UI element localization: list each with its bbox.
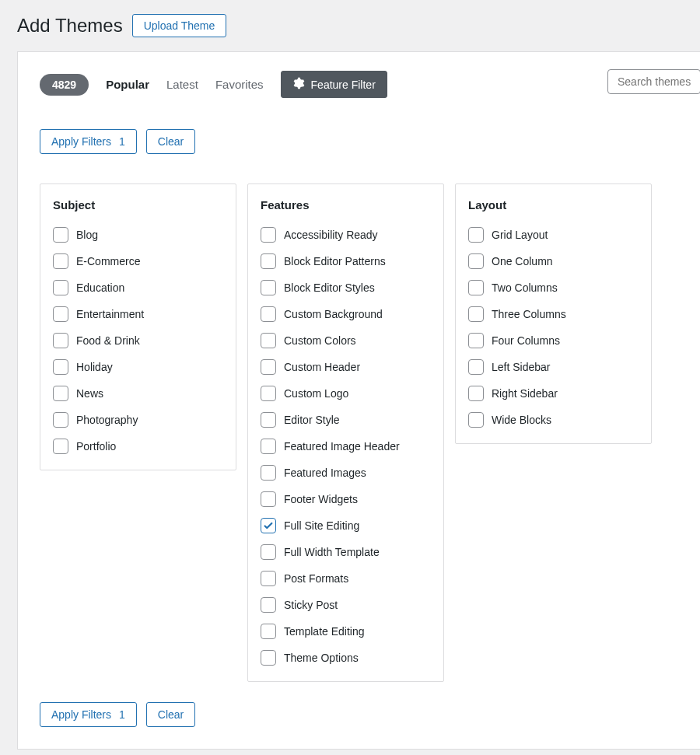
checkbox-icon[interactable] — [261, 624, 276, 639]
filter-checkbox-label: News — [76, 387, 103, 400]
filter-checkbox-row[interactable]: Food & Drink — [53, 333, 223, 348]
filter-checkbox-label: Footer Widgets — [284, 493, 358, 505]
checkbox-icon[interactable] — [53, 306, 68, 322]
filter-checkbox-row[interactable]: Education — [53, 280, 223, 295]
checkbox-icon[interactable] — [261, 359, 276, 375]
checkbox-icon[interactable] — [468, 253, 484, 269]
checkbox-icon[interactable] — [468, 280, 484, 295]
filter-checkbox-row[interactable]: Full Site Editing — [261, 518, 431, 533]
filter-checkbox-row[interactable]: Three Columns — [468, 306, 639, 322]
filter-checkbox-label: Two Columns — [492, 281, 558, 294]
checkbox-icon[interactable] — [261, 280, 276, 295]
filter-checkbox-row[interactable]: Editor Style — [261, 412, 431, 428]
filter-checkbox-row[interactable]: Grid Layout — [468, 227, 639, 243]
checkbox-icon[interactable] — [261, 306, 276, 322]
filter-checkbox-label: Entertainment — [76, 308, 144, 320]
filter-checkbox-row[interactable]: Footer Widgets — [261, 491, 431, 507]
filter-checkbox-row[interactable]: Two Columns — [468, 280, 639, 295]
checkbox-icon[interactable] — [468, 386, 484, 401]
filter-checkbox-row[interactable]: Custom Header — [261, 359, 431, 375]
filter-checkbox-row[interactable]: Wide Blocks — [468, 412, 639, 428]
filter-checkbox-row[interactable]: Four Columns — [468, 333, 639, 348]
filter-checkbox-row[interactable]: Custom Logo — [261, 386, 431, 401]
filter-group-layout: Layout Grid LayoutOne ColumnTwo ColumnsT… — [455, 184, 652, 444]
features-list: Accessibility ReadyBlock Editor Patterns… — [261, 227, 431, 666]
checkbox-icon[interactable] — [53, 439, 68, 454]
filter-checkbox-row[interactable]: Photography — [53, 412, 223, 428]
filter-checkbox-row[interactable]: Portfolio — [53, 439, 223, 454]
filter-checkbox-label: Custom Logo — [284, 387, 348, 400]
filter-checkbox-row[interactable]: Right Sidebar — [468, 386, 639, 401]
filter-checkbox-row[interactable]: News — [53, 386, 223, 401]
feature-filter-button[interactable]: Feature Filter — [281, 71, 387, 98]
filter-checkbox-row[interactable]: Custom Background — [261, 306, 431, 322]
search-wrap — [607, 69, 700, 94]
filter-checkbox-row[interactable]: Custom Colors — [261, 333, 431, 348]
filter-checkbox-row[interactable]: One Column — [468, 253, 639, 269]
filter-checkbox-label: Custom Background — [284, 308, 383, 320]
apply-filters-button[interactable]: Apply Filters 1 — [40, 702, 137, 727]
checkbox-icon[interactable] — [468, 227, 484, 243]
clear-filters-button[interactable]: Clear — [146, 702, 195, 727]
upload-theme-button[interactable]: Upload Theme — [132, 14, 227, 37]
checkbox-icon[interactable] — [53, 359, 68, 375]
nav-latest[interactable]: Latest — [166, 78, 198, 91]
filter-checkbox-label: Portfolio — [76, 440, 116, 453]
checkbox-icon[interactable] — [468, 306, 484, 322]
checkbox-icon[interactable] — [261, 544, 276, 560]
checkbox-icon[interactable] — [261, 491, 276, 507]
checkbox-icon[interactable] — [261, 650, 276, 666]
checkbox-icon[interactable] — [261, 518, 276, 533]
filter-checkbox-row[interactable]: Blog — [53, 227, 223, 243]
layout-list: Grid LayoutOne ColumnTwo ColumnsThree Co… — [468, 227, 639, 428]
filter-actions-top: Apply Filters 1 Clear — [40, 129, 678, 154]
checkbox-icon[interactable] — [261, 412, 276, 428]
checkbox-icon[interactable] — [53, 412, 68, 428]
filter-checkbox-row[interactable]: Block Editor Patterns — [261, 253, 431, 269]
checkbox-icon[interactable] — [468, 359, 484, 375]
filter-checkbox-label: Featured Image Header — [284, 440, 400, 453]
filter-checkbox-row[interactable]: Template Editing — [261, 624, 431, 639]
filter-checkbox-row[interactable]: Full Width Template — [261, 544, 431, 560]
filter-checkbox-label: Holiday — [76, 361, 113, 373]
filter-checkbox-label: Block Editor Styles — [284, 281, 375, 294]
checkbox-icon[interactable] — [468, 333, 484, 348]
checkbox-icon[interactable] — [261, 571, 276, 586]
nav-popular[interactable]: Popular — [106, 78, 149, 91]
apply-filters-button[interactable]: Apply Filters 1 — [40, 129, 137, 154]
filter-checkbox-row[interactable]: Post Formats — [261, 571, 431, 586]
checkbox-icon[interactable] — [261, 597, 276, 613]
checkbox-icon[interactable] — [53, 253, 68, 269]
checkbox-icon[interactable] — [261, 439, 276, 454]
apply-filters-label: Apply Filters — [51, 708, 111, 721]
checkbox-icon[interactable] — [261, 227, 276, 243]
filter-checkbox-row[interactable]: Accessibility Ready — [261, 227, 431, 243]
checkbox-icon[interactable] — [468, 412, 484, 428]
filter-checkbox-row[interactable]: Featured Images — [261, 465, 431, 481]
page-header: Add Themes Upload Theme — [0, 0, 700, 51]
checkbox-icon[interactable] — [261, 333, 276, 348]
checkbox-icon[interactable] — [53, 227, 68, 243]
filter-checkbox-row[interactable]: Entertainment — [53, 306, 223, 322]
filter-actions-bottom: Apply Filters 1 Clear — [40, 702, 678, 727]
checkbox-icon[interactable] — [53, 333, 68, 348]
filter-checkbox-row[interactable]: Left Sidebar — [468, 359, 639, 375]
checkbox-icon[interactable] — [261, 465, 276, 481]
filter-checkbox-row[interactable]: Holiday — [53, 359, 223, 375]
checkbox-icon[interactable] — [261, 386, 276, 401]
themes-panel: 4829 Popular Latest Favorites Feature Fi… — [17, 51, 700, 750]
checkbox-icon[interactable] — [53, 386, 68, 401]
filter-checkbox-label: One Column — [492, 255, 553, 267]
filter-checkbox-row[interactable]: Theme Options — [261, 650, 431, 666]
filter-checkbox-row[interactable]: Featured Image Header — [261, 439, 431, 454]
filter-checkbox-label: Theme Options — [284, 652, 359, 664]
filter-checkbox-label: Block Editor Patterns — [284, 255, 386, 267]
filter-checkbox-row[interactable]: Block Editor Styles — [261, 280, 431, 295]
clear-filters-button[interactable]: Clear — [146, 129, 195, 154]
filter-checkbox-row[interactable]: E-Commerce — [53, 253, 223, 269]
nav-favorites[interactable]: Favorites — [215, 78, 264, 91]
checkbox-icon[interactable] — [53, 280, 68, 295]
filter-checkbox-row[interactable]: Sticky Post — [261, 597, 431, 613]
checkbox-icon[interactable] — [261, 253, 276, 269]
search-input[interactable] — [607, 69, 700, 94]
